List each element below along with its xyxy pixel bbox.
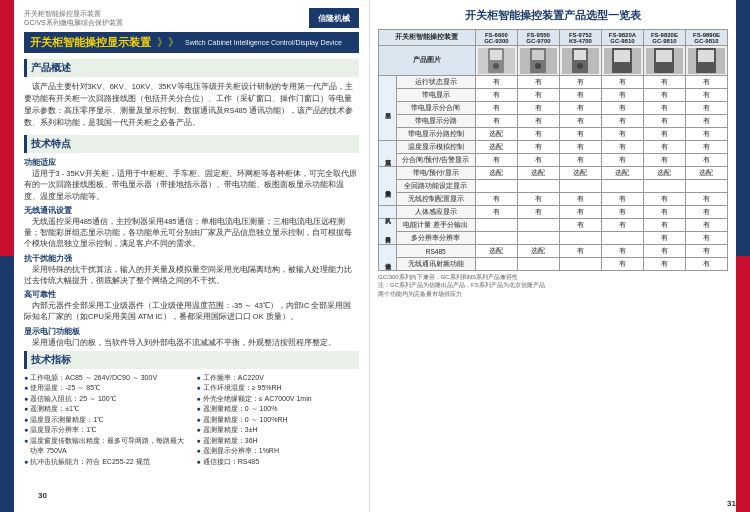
svg-point-8	[577, 63, 583, 69]
title-bar: 开关柜智能操控显示装置 》》 Switch Cabinet Intelligen…	[24, 32, 359, 53]
feature-item: 无线通讯设置 无线遥控采用485通信，主控制器采用485通信；单相电流电压测量；…	[24, 205, 359, 250]
table-row: 带电显示分合闸 有有有有有有	[379, 102, 728, 115]
specs-col2: ● 工作频率：AC220V ● 工作环境湿度：≥ 95%RH ● 外壳全绝缘额定…	[197, 373, 360, 468]
product-selection-table: 开关柜智能操控装置 FS-6600GC-9300 FS-9550GC-9700 …	[378, 29, 728, 271]
table-row: 全回路功能设定显示	[379, 180, 728, 193]
title-english: Switch Cabinet Intelligence Control/Disp…	[185, 39, 342, 46]
product-image-label: 产品图片	[379, 46, 476, 76]
group-label-measure: 测量	[379, 167, 397, 206]
feature-label: 全回路功能设定显示	[396, 180, 475, 193]
header-text: 开关柜智能操控显示装置 GC/VS系列微电脑综合保护装置	[24, 9, 123, 27]
group-label-hmi: 人机	[379, 206, 397, 219]
feature-label: 带电显示分合闸	[396, 102, 475, 115]
feature-label: 运行状态显示	[396, 76, 475, 89]
specs-col1: ● 工作电源：AC85 ～ 264V/DC90 ～ 300V ● 使用温度：-2…	[24, 373, 187, 468]
product-image-row: 产品图片	[379, 46, 728, 76]
right-page-title: 开关柜智能操控装置产品选型一览表	[378, 8, 728, 23]
spec-item: ● 遥信输入阻抗：25 ～ 100℃	[24, 394, 187, 405]
header-model4: FS-9820AGC-9810	[601, 30, 643, 46]
page-header: 开关柜智能操控显示装置 GC/VS系列微电脑综合保护装置 信隆机械	[24, 8, 359, 28]
section1-heading: 产品概述	[24, 59, 359, 77]
spec-item: ● 遥测量精度：0 ～ 100%	[197, 404, 360, 415]
feature-label: 无线通讯射频功能	[396, 258, 475, 271]
specs-grid: ● 工作电源：AC85 ～ 264V/DC90 ～ 300V ● 使用温度：-2…	[24, 373, 359, 468]
group-label-comms: 通信	[379, 245, 397, 271]
feature-label: 带电显示	[396, 89, 475, 102]
product-img-1	[475, 46, 517, 76]
spec-item: ● 工作频率：AC220V	[197, 373, 360, 384]
product-img-2	[517, 46, 559, 76]
spec-item: ● 遥测精度：±1℃	[24, 404, 187, 415]
feature-label: 温度显示模拟控制	[396, 141, 475, 154]
table-row: 人机 人体感应显示 有有有有有有	[379, 206, 728, 219]
logo-area: 信隆机械	[309, 8, 359, 28]
table-row: 计量 电能计量 差手分输出 有有有有	[379, 219, 728, 232]
header-model3: FS-9752K5-4700	[559, 30, 601, 46]
svg-rect-14	[698, 50, 714, 62]
table-row: 温度 温度显示模拟控制 选配有有有有有	[379, 141, 728, 154]
header-model2: FS-9550GC-9700	[517, 30, 559, 46]
feature-label: RS485	[396, 245, 475, 258]
feature-label: 分合闸/预付/告警显示	[396, 154, 475, 167]
product-img-4	[601, 46, 643, 76]
feature-label: 带电显示分路控制	[396, 128, 475, 141]
page-number-right: 31	[727, 499, 736, 508]
svg-rect-1	[490, 50, 502, 60]
features-list: 功能适应 适用于3 - 35KV开关柜，适用于中柜柜、手车柜、固定柜、环网柜等各…	[24, 157, 359, 348]
table-row: 无线通讯射频功能 有有有	[379, 258, 728, 271]
spec-item: ● 温度显示分辨率：1℃	[24, 425, 187, 436]
svg-rect-7	[574, 50, 586, 60]
spec-item: ● 通信接口：RS485	[197, 457, 360, 468]
feature-label: 无线控制配置显示	[396, 193, 475, 206]
section2-heading: 技术特点	[24, 135, 359, 153]
right-content: 开关柜智能操控装置产品选型一览表 开关柜智能操控装置 FS-6600GC-930…	[378, 8, 728, 504]
group-label-meter: 计量	[379, 219, 397, 245]
svg-point-2	[493, 63, 499, 69]
table-header-row: 开关柜智能操控装置 FS-6600GC-9300 FS-9550GC-9700 …	[379, 30, 728, 46]
header-model5: FS-9820EGC-9810	[643, 30, 685, 46]
product-img-6	[685, 46, 727, 76]
section1-content: 该产品主要针对3KV、6KV、10KV、35KV等电压等级开关柜设计研制的专用第…	[24, 81, 359, 129]
feature-item: 显示电门功能板 采用通信电门的板，当软件导入到外部电器不流减减不平衡，外观整洁按…	[24, 326, 359, 348]
feature-item: 抗干扰能力强 采用特殊的抗干扰算法，输入的开关量及模拟量空间采用光电隔离结构，被…	[24, 253, 359, 287]
spec-item: ● 遥测量精度：3±H	[197, 425, 360, 436]
spec-item: ● 遥测显示分辨率：1%RH	[197, 446, 360, 457]
feature-label: 人体感应显示	[396, 206, 475, 219]
spec-item: ● 遥测量精度：36H	[197, 436, 360, 447]
spec-item: ● 使用温度：-25 ～ 85℃	[24, 383, 187, 394]
title-arrows: 》》	[157, 35, 179, 50]
spec-item: ● 工作环境湿度：≥ 95%RH	[197, 383, 360, 394]
product-img-3	[559, 46, 601, 76]
svg-point-5	[535, 63, 541, 69]
group-label-temp: 温度	[379, 141, 397, 167]
svg-rect-4	[532, 50, 544, 60]
feature-item: 高可靠性 内部元器件全部采用工业级器件（工业级使用温度范围：-35 ～ 43℃）…	[24, 289, 359, 323]
table-row: 带电显示分路 有有有有有有	[379, 115, 728, 128]
group-label-display: 显示	[379, 76, 397, 141]
right-sidebar-decoration	[736, 0, 750, 512]
feature-label: 带电/预付/显示	[396, 167, 475, 180]
spec-item: ● 遥测量精度：0 ～ 100%RH	[197, 415, 360, 426]
company-logo: 信隆机械	[309, 8, 359, 28]
header-model6: FS-9890EGC-9810	[685, 30, 727, 46]
spec-item: ● 温度窗度传数输出精度：最多可导两路，每路最大功率 750VA	[24, 436, 187, 457]
product-img-5	[643, 46, 685, 76]
table-row: 通信 RS485 选配选配有有有有	[379, 245, 728, 258]
left-sidebar-decoration	[0, 0, 14, 512]
feature-item: 功能适应 适用于3 - 35KV开关柜，适用于中柜柜、手车柜、固定柜、环网柜等各…	[24, 157, 359, 202]
feature-label: 带电显示分路	[396, 115, 475, 128]
table-row: 测量 带电/预付/显示 选配选配选配选配选配选配	[379, 167, 728, 180]
title-chinese: 开关柜智能操控显示装置	[30, 35, 151, 50]
table-row: 多分辨率分辨率 有有	[379, 232, 728, 245]
table-row: 带电显示 有有有有有有	[379, 89, 728, 102]
spec-item: ● 工作电源：AC85 ～ 264V/DC90 ～ 300V	[24, 373, 187, 384]
header-product: 开关柜智能操控装置	[379, 30, 476, 46]
tech-specs-heading: 技术指标	[24, 351, 359, 369]
table-footnote: GC/300系列向下兼容，GC系列和NS系列产品兼容性 注：GC系列产品为信隆出…	[378, 273, 728, 298]
header-model1: FS-6600GC-9300	[475, 30, 517, 46]
left-page: 开关柜智能操控显示装置 GC/VS系列微电脑综合保护装置 信隆机械 开关柜智能操…	[0, 0, 370, 512]
svg-rect-12	[656, 50, 672, 62]
feature-label: 电能计量 差手分输出	[396, 219, 475, 232]
spec-item: ● 外壳全绝缘额定：≤ AC7000V 1min	[197, 394, 360, 405]
feature-label: 多分辨率分辨率	[396, 232, 475, 245]
